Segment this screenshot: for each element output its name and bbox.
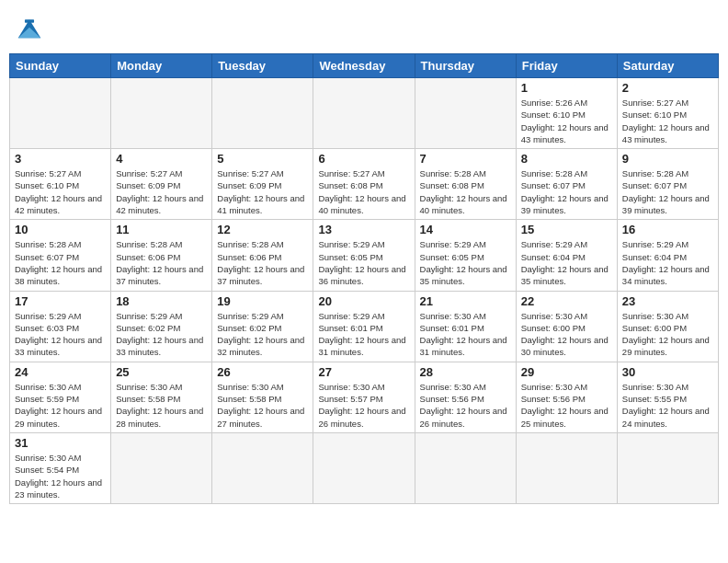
day-info: Sunrise: 5:28 AMSunset: 6:07 PMDaylight:…	[622, 167, 713, 216]
calendar-cell: 7Sunrise: 5:28 AMSunset: 6:08 PMDaylight…	[415, 149, 516, 220]
calendar-cell: 30Sunrise: 5:30 AMSunset: 5:55 PMDayligh…	[617, 362, 718, 432]
calendar-cell	[415, 78, 516, 149]
day-number: 13	[318, 223, 409, 236]
day-number: 21	[420, 294, 511, 308]
day-number: 11	[116, 223, 207, 236]
calendar-cell: 20Sunrise: 5:29 AMSunset: 6:01 PMDayligh…	[313, 291, 415, 362]
day-number: 26	[217, 365, 308, 379]
calendar-cell: 4Sunrise: 5:27 AMSunset: 6:09 PMDaylight…	[111, 149, 212, 220]
day-number: 30	[622, 365, 713, 379]
calendar-cell: 25Sunrise: 5:30 AMSunset: 5:58 PMDayligh…	[111, 362, 212, 432]
day-number: 8	[521, 152, 612, 166]
day-info: Sunrise: 5:29 AMSunset: 6:04 PMDaylight:…	[622, 238, 713, 287]
day-number: 19	[217, 294, 308, 308]
day-info: Sunrise: 5:30 AMSunset: 5:56 PMDaylight:…	[420, 381, 511, 430]
day-info: Sunrise: 5:27 AMSunset: 6:10 PMDaylight:…	[15, 167, 106, 216]
day-number: 27	[318, 365, 409, 379]
day-info: Sunrise: 5:29 AMSunset: 6:04 PMDaylight:…	[521, 238, 612, 287]
day-number: 10	[15, 223, 106, 236]
day-info: Sunrise: 5:29 AMSunset: 6:03 PMDaylight:…	[15, 310, 106, 359]
day-info: Sunrise: 5:29 AMSunset: 6:02 PMDaylight:…	[116, 310, 207, 359]
calendar-cell: 13Sunrise: 5:29 AMSunset: 6:05 PMDayligh…	[313, 220, 415, 291]
calendar-cell: 26Sunrise: 5:30 AMSunset: 5:58 PMDayligh…	[212, 362, 313, 432]
calendar-cell: 24Sunrise: 5:30 AMSunset: 5:59 PMDayligh…	[10, 362, 111, 432]
calendar-cell: 1Sunrise: 5:26 AMSunset: 6:10 PMDaylight…	[516, 78, 617, 149]
day-info: Sunrise: 5:28 AMSunset: 6:06 PMDaylight:…	[116, 238, 207, 287]
calendar-cell: 6Sunrise: 5:27 AMSunset: 6:08 PMDaylight…	[313, 149, 415, 220]
calendar-cell: 11Sunrise: 5:28 AMSunset: 6:06 PMDayligh…	[111, 220, 212, 291]
calendar-cell: 15Sunrise: 5:29 AMSunset: 6:04 PMDayligh…	[516, 220, 617, 291]
day-number: 15	[521, 223, 612, 236]
weekday-header-wednesday: Wednesday	[313, 54, 415, 78]
day-number: 1	[521, 81, 612, 95]
day-info: Sunrise: 5:30 AMSunset: 5:57 PMDaylight:…	[318, 381, 409, 430]
day-info: Sunrise: 5:28 AMSunset: 6:08 PMDaylight:…	[420, 167, 511, 216]
weekday-header-thursday: Thursday	[415, 54, 516, 78]
calendar-cell: 19Sunrise: 5:29 AMSunset: 6:02 PMDayligh…	[212, 291, 313, 362]
day-number: 17	[15, 294, 106, 308]
day-number: 5	[217, 152, 308, 166]
svg-rect-2	[25, 19, 34, 23]
day-number: 7	[420, 152, 511, 166]
calendar-cell: 21Sunrise: 5:30 AMSunset: 6:01 PMDayligh…	[415, 291, 516, 362]
weekday-header-tuesday: Tuesday	[212, 54, 313, 78]
day-number: 23	[622, 294, 713, 308]
day-info: Sunrise: 5:30 AMSunset: 5:56 PMDaylight:…	[521, 381, 612, 430]
calendar-cell: 3Sunrise: 5:27 AMSunset: 6:10 PMDaylight…	[10, 149, 111, 220]
logo	[13, 13, 51, 46]
weekday-header-saturday: Saturday	[617, 54, 718, 78]
calendar-cell	[617, 432, 718, 503]
day-number: 31	[15, 436, 106, 450]
day-number: 25	[116, 365, 207, 379]
day-number: 28	[420, 365, 511, 379]
day-info: Sunrise: 5:29 AMSunset: 6:01 PMDaylight:…	[318, 310, 409, 359]
day-info: Sunrise: 5:30 AMSunset: 5:58 PMDaylight:…	[116, 381, 207, 430]
calendar-cell	[516, 432, 617, 503]
generalblue-logo-icon	[13, 13, 46, 46]
day-number: 4	[116, 152, 207, 166]
calendar-cell: 16Sunrise: 5:29 AMSunset: 6:04 PMDayligh…	[617, 220, 718, 291]
calendar-cell: 23Sunrise: 5:30 AMSunset: 6:00 PMDayligh…	[617, 291, 718, 362]
day-number: 29	[521, 365, 612, 379]
calendar-cell: 17Sunrise: 5:29 AMSunset: 6:03 PMDayligh…	[10, 291, 111, 362]
day-number: 9	[622, 152, 713, 166]
day-number: 3	[15, 152, 106, 166]
page: SundayMondayTuesdayWednesdayThursdayFrid…	[0, 0, 728, 563]
day-info: Sunrise: 5:30 AMSunset: 6:00 PMDaylight:…	[622, 310, 713, 359]
calendar-cell: 27Sunrise: 5:30 AMSunset: 5:57 PMDayligh…	[313, 362, 415, 432]
calendar-cell: 8Sunrise: 5:28 AMSunset: 6:07 PMDaylight…	[516, 149, 617, 220]
calendar-cell: 28Sunrise: 5:30 AMSunset: 5:56 PMDayligh…	[415, 362, 516, 432]
calendar-cell: 31Sunrise: 5:30 AMSunset: 5:54 PMDayligh…	[10, 432, 111, 503]
day-info: Sunrise: 5:26 AMSunset: 6:10 PMDaylight:…	[521, 97, 612, 145]
calendar-cell	[111, 78, 212, 149]
weekday-header-friday: Friday	[516, 54, 617, 78]
day-info: Sunrise: 5:27 AMSunset: 6:10 PMDaylight:…	[622, 97, 713, 145]
weekday-header-sunday: Sunday	[10, 54, 111, 78]
calendar-cell	[313, 78, 415, 149]
day-info: Sunrise: 5:30 AMSunset: 6:01 PMDaylight:…	[420, 310, 511, 359]
day-info: Sunrise: 5:30 AMSunset: 5:54 PMDaylight:…	[15, 452, 106, 500]
calendar-cell	[111, 432, 212, 503]
calendar-cell: 12Sunrise: 5:28 AMSunset: 6:06 PMDayligh…	[212, 220, 313, 291]
day-number: 20	[318, 294, 409, 308]
calendar-cell	[212, 78, 313, 149]
calendar: SundayMondayTuesdayWednesdayThursdayFrid…	[9, 53, 719, 504]
day-info: Sunrise: 5:27 AMSunset: 6:08 PMDaylight:…	[318, 167, 409, 216]
day-number: 6	[318, 152, 409, 166]
day-info: Sunrise: 5:30 AMSunset: 5:55 PMDaylight:…	[622, 381, 713, 430]
day-number: 12	[217, 223, 308, 236]
day-number: 22	[521, 294, 612, 308]
calendar-cell: 10Sunrise: 5:28 AMSunset: 6:07 PMDayligh…	[10, 220, 111, 291]
day-info: Sunrise: 5:28 AMSunset: 6:06 PMDaylight:…	[217, 238, 308, 287]
calendar-cell: 29Sunrise: 5:30 AMSunset: 5:56 PMDayligh…	[516, 362, 617, 432]
calendar-cell: 22Sunrise: 5:30 AMSunset: 6:00 PMDayligh…	[516, 291, 617, 362]
day-info: Sunrise: 5:28 AMSunset: 6:07 PMDaylight:…	[15, 238, 106, 287]
day-number: 18	[116, 294, 207, 308]
day-info: Sunrise: 5:29 AMSunset: 6:02 PMDaylight:…	[217, 310, 308, 359]
day-info: Sunrise: 5:29 AMSunset: 6:05 PMDaylight:…	[420, 238, 511, 287]
day-number: 16	[622, 223, 713, 236]
calendar-cell: 2Sunrise: 5:27 AMSunset: 6:10 PMDaylight…	[617, 78, 718, 149]
calendar-cell	[415, 432, 516, 503]
day-info: Sunrise: 5:29 AMSunset: 6:05 PMDaylight:…	[318, 238, 409, 287]
day-info: Sunrise: 5:27 AMSunset: 6:09 PMDaylight:…	[116, 167, 207, 216]
